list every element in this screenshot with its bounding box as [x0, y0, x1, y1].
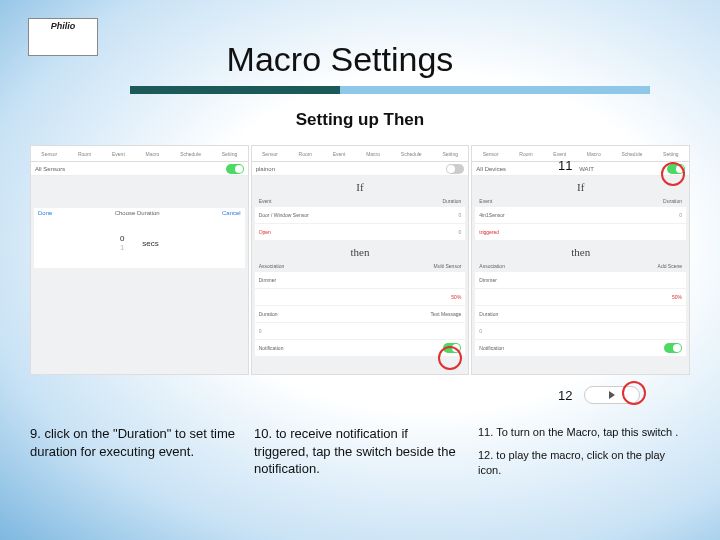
filter-label: plainon	[256, 166, 275, 172]
screenshot-1: SensorRoomEvent MacroScheduleSetting All…	[30, 145, 249, 375]
if-heading: If	[472, 176, 689, 195]
play-button[interactable]	[584, 386, 640, 404]
screenshot-2: SensorRoomEvent MacroScheduleSetting pla…	[251, 145, 470, 375]
macro-enable-toggle[interactable]	[667, 164, 685, 174]
tab-bar: SensorRoomEvent MacroScheduleSetting	[252, 146, 469, 162]
picker-cancel[interactable]: Cancel	[222, 210, 241, 216]
instruction-row: 9. click on the "Duration" to set time d…	[30, 425, 690, 478]
filter-row: plainon	[252, 162, 469, 176]
notification-label: Notification	[259, 345, 284, 351]
duration-picker[interactable]: Done Choose Duration Cancel 0 1 secs	[34, 208, 245, 268]
instruction-9: 9. click on the "Duration" to set time d…	[30, 425, 242, 478]
page-title: Macro Settings	[0, 40, 680, 79]
notification-label: Notification	[479, 345, 504, 351]
filter-label: All Devices	[476, 166, 506, 172]
then-heading: then	[472, 241, 689, 260]
then-heading: then	[252, 241, 469, 260]
macro-toggle[interactable]	[226, 164, 244, 174]
macro-toggle[interactable]	[446, 164, 464, 174]
if-heading: If	[252, 176, 469, 195]
filter-row: All Sensors	[31, 162, 248, 176]
callout-11: 11	[558, 158, 572, 173]
filter-label: All Sensors	[35, 166, 65, 172]
notification-toggle[interactable]	[443, 343, 461, 353]
wait-label: WAIT	[579, 166, 594, 172]
callout-12: 12	[558, 388, 572, 403]
tab-bar: SensorRoomEvent MacroScheduleSetting	[31, 146, 248, 162]
filter-row: All Devices WAIT	[472, 162, 689, 176]
picker-done[interactable]: Done	[38, 210, 52, 216]
instruction-10: 10. to receive notification if triggered…	[254, 425, 466, 478]
instruction-11-12: 11. To turn on the Macro, tap this switc…	[478, 425, 690, 478]
title-underline	[130, 86, 650, 94]
page-subtitle: Setting up Then	[0, 110, 720, 130]
notification-toggle[interactable]	[664, 343, 682, 353]
tab-bar: SensorRoomEvent MacroScheduleSetting	[472, 146, 689, 162]
picker-title: Choose Duration	[115, 210, 160, 216]
screenshot-3: SensorRoomEvent MacroScheduleSetting All…	[471, 145, 690, 375]
screenshot-row: SensorRoomEvent MacroScheduleSetting All…	[30, 145, 690, 375]
